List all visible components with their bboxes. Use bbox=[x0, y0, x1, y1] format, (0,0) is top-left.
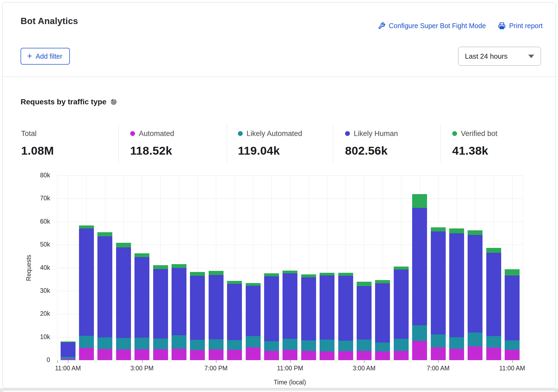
bar-segment-verified_bot bbox=[357, 282, 372, 286]
bar-segment-likely_human bbox=[190, 276, 205, 340]
bar-segment-automated bbox=[172, 349, 186, 360]
bar-segment-likely_human bbox=[134, 257, 149, 338]
bar-segment-automated bbox=[283, 350, 297, 360]
bar-segment-likely_human bbox=[61, 342, 76, 357]
bar-segment-verified_bot bbox=[338, 273, 353, 276]
bar-segment-verified_bot bbox=[209, 271, 224, 275]
bar-segment-automated bbox=[486, 348, 501, 360]
bar-segment-likely_automated bbox=[246, 336, 261, 347]
y-tick-label: 10k bbox=[27, 333, 50, 341]
axis-tick-mark bbox=[142, 360, 143, 363]
bar-segment-automated bbox=[116, 350, 131, 360]
bar-segment-automated bbox=[301, 351, 316, 360]
x-tick-label: 11:00 AM bbox=[49, 365, 87, 372]
bar-segment-likely_human bbox=[97, 236, 112, 338]
bar-segment-verified_bot bbox=[97, 232, 112, 236]
bar-segment-likely_automated bbox=[338, 341, 353, 351]
bar-segment-likely_human bbox=[486, 253, 501, 336]
y-tick-label: 20k bbox=[27, 310, 50, 317]
bar-segment-likely_automated bbox=[264, 341, 279, 351]
bar-segment-likely_automated bbox=[116, 338, 131, 350]
bar-segment-likely_automated bbox=[505, 340, 520, 350]
bar-segment-likely_automated bbox=[227, 340, 242, 350]
axis-tick-mark bbox=[364, 360, 365, 363]
bar-segment-verified_bot bbox=[320, 273, 334, 275]
bar-segment-automated bbox=[449, 349, 464, 360]
bar-segment-likely_automated bbox=[301, 340, 316, 351]
bar-segment-automated bbox=[264, 351, 279, 360]
bot-analytics-card: Bot Analytics Configure Super Bot Fight … bbox=[2, 2, 556, 388]
bar-segment-likely_human bbox=[246, 286, 261, 336]
page: { "header": { "title": "Bot Analytics", … bbox=[0, 0, 558, 392]
y-tick-label: 50k bbox=[27, 241, 50, 248]
bar-segment-likely_automated bbox=[412, 325, 427, 341]
bar-segment-likely_automated bbox=[97, 337, 112, 349]
bar-segment-automated bbox=[375, 351, 390, 360]
bar-segment-automated bbox=[338, 351, 353, 360]
bar-segment-verified_bot bbox=[172, 264, 186, 268]
bar-segment-likely_human bbox=[172, 268, 186, 335]
bar-segment-likely_human bbox=[505, 275, 520, 341]
x-tick-label: 11:00 PM bbox=[271, 365, 309, 372]
bar-segment-likely_automated bbox=[61, 357, 76, 359]
bar-segment-verified_bot bbox=[283, 271, 297, 273]
bar-segment-automated bbox=[97, 349, 112, 360]
bar-segment-likely_human bbox=[431, 231, 446, 335]
gridline-vertical bbox=[523, 175, 523, 360]
bar-segment-likely_automated bbox=[209, 339, 224, 350]
bar-segment-likely_automated bbox=[431, 334, 446, 347]
bar-segment-likely_automated bbox=[357, 340, 372, 351]
bar-segment-verified_bot bbox=[246, 283, 261, 286]
bar-segment-automated bbox=[79, 348, 94, 360]
bar-segment-verified_bot bbox=[134, 253, 149, 257]
chart-plot-area bbox=[57, 175, 523, 360]
bar-segment-likely_automated bbox=[190, 340, 205, 350]
y-tick-label: 70k bbox=[27, 195, 50, 202]
bar-segment-verified_bot bbox=[412, 194, 427, 208]
gridline-vertical bbox=[68, 175, 68, 360]
bar-segment-verified_bot bbox=[375, 280, 390, 283]
bar-segment-likely_human bbox=[394, 270, 409, 339]
bar-segment-likely_automated bbox=[320, 340, 334, 351]
bar-segment-likely_automated bbox=[375, 343, 390, 351]
y-tick-label: 60k bbox=[27, 218, 50, 225]
axis-tick-mark bbox=[216, 360, 216, 363]
bar-segment-automated bbox=[431, 347, 446, 360]
gridline-vertical bbox=[57, 175, 57, 360]
bar-segment-likely_human bbox=[357, 286, 372, 340]
bar-segment-likely_automated bbox=[79, 336, 94, 348]
bar-segment-verified_bot bbox=[264, 273, 279, 276]
bar-segment-likely_human bbox=[375, 283, 390, 343]
bar-segment-automated bbox=[394, 351, 409, 360]
bar-segment-likely_automated bbox=[468, 333, 482, 346]
bar-segment-likely_human bbox=[79, 228, 94, 335]
bar-segment-automated bbox=[357, 351, 372, 360]
x-tick-label: 3:00 AM bbox=[345, 365, 383, 372]
bar-segment-automated bbox=[61, 359, 76, 360]
bar-segment-likely_human bbox=[338, 276, 353, 341]
bar-segment-likely_automated bbox=[153, 338, 168, 349]
bar-segment-automated bbox=[153, 349, 168, 360]
bar-segment-likely_human bbox=[153, 269, 168, 338]
requests-by-traffic-type-chart: Requests Time (local) 010k20k30k40k50k60… bbox=[2, 2, 556, 388]
bar-segment-likely_human bbox=[449, 233, 464, 337]
bar-segment-likely_human bbox=[116, 247, 131, 338]
next-card-edge bbox=[2, 390, 556, 392]
bar-segment-automated bbox=[190, 350, 205, 360]
bar-segment-automated bbox=[505, 350, 520, 360]
bar-segment-automated bbox=[134, 349, 149, 360]
bar-segment-verified_bot bbox=[394, 267, 409, 270]
bar-segment-likely_human bbox=[209, 275, 224, 339]
bar-segment-likely_human bbox=[283, 273, 297, 339]
bar-segment-likely_human bbox=[320, 275, 334, 340]
bar-segment-verified_bot bbox=[431, 227, 446, 231]
y-tick-label: 80k bbox=[27, 172, 50, 179]
axis-tick-mark bbox=[438, 360, 439, 363]
bar-segment-likely_automated bbox=[134, 338, 149, 349]
bar-segment-likely_human bbox=[412, 208, 427, 325]
bar-segment-verified_bot bbox=[61, 341, 76, 342]
bar-segment-likely_human bbox=[227, 284, 242, 340]
bar-segment-verified_bot bbox=[79, 225, 94, 228]
x-tick-label: 7:00 PM bbox=[197, 365, 235, 372]
axis-tick-mark bbox=[290, 360, 291, 363]
